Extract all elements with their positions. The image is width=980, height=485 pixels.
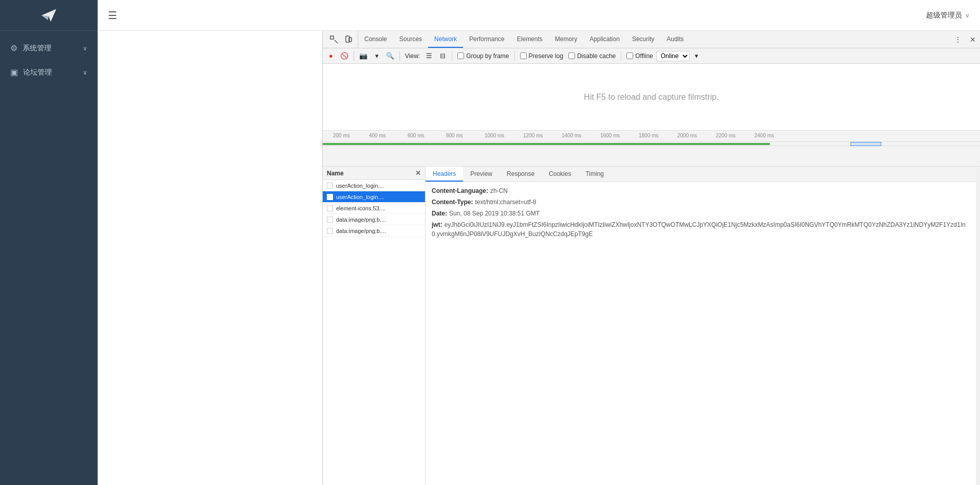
item-text-3: element-icons.53....	[336, 205, 385, 211]
item-text-4: data:image/png;b....	[336, 217, 386, 223]
offline-option: Offline	[626, 52, 653, 60]
svg-line-3	[335, 40, 338, 43]
network-list-item-1[interactable]: userAction_login....	[323, 180, 425, 191]
group-by-frame-checkbox[interactable]	[457, 52, 464, 59]
content-type-key: Content-Type:	[432, 199, 473, 206]
more-tabs-icon[interactable]: ⋮	[950, 31, 966, 48]
topbar-user-label: 超级管理员	[926, 11, 962, 20]
devtools-panel: Console Sources Network Performance Elem…	[322, 31, 980, 485]
camera-button[interactable]: 📷	[357, 50, 369, 62]
offline-checkbox[interactable]	[626, 52, 633, 59]
network-detail-body: Content-Language:zh-CN Content-Type:text…	[426, 182, 976, 485]
devtools-tab-icons	[325, 31, 358, 48]
network-detail-tabs: Headers Preview Response Cookies	[426, 167, 976, 182]
disable-cache-label: Disable cache	[577, 52, 616, 60]
item-text-2: userAction_login....	[336, 194, 384, 200]
network-list-header: Name ✕	[323, 167, 425, 180]
item-text-1: userAction_login....	[336, 183, 384, 189]
devtools-tab-bar: Console Sources Network Performance Elem…	[323, 31, 980, 48]
tab-performance[interactable]: Performance	[463, 31, 511, 48]
network-list-header-label: Name	[327, 170, 344, 177]
timeline-slider[interactable]	[850, 142, 881, 146]
group-by-frame-label: Group by frame	[466, 52, 509, 60]
chevron-down-icon-system: ∨	[83, 45, 87, 52]
detail-row-content-language: Content-Language:zh-CN	[432, 186, 970, 195]
detail-tab-headers[interactable]: Headers	[426, 167, 463, 182]
tab-console[interactable]: Console	[358, 31, 393, 48]
throttling-select[interactable]: Online	[656, 51, 690, 61]
tick-1000ms: 1000 ms	[485, 133, 504, 138]
sidebar-header	[0, 0, 98, 31]
list-view-button[interactable]: ☰	[423, 50, 435, 62]
network-list-item-5[interactable]: data:image/png;b....	[323, 225, 425, 237]
network-list: Name ✕ userAction_login.... userAction_l…	[323, 167, 426, 485]
devtools-body: Hit F5 to reload and capture filmstrip. …	[323, 64, 980, 485]
network-detail: Headers Preview Response Cookies	[426, 167, 976, 485]
grid-icon: ▣	[10, 67, 18, 77]
tick-800ms: 800 ms	[446, 133, 463, 138]
tab-application[interactable]: Application	[583, 31, 626, 48]
tab-security[interactable]: Security	[626, 31, 660, 48]
sidebar-item-forum-mgmt[interactable]: ▣ 论坛管理 ∨	[0, 60, 98, 84]
item-checkbox-3	[327, 205, 333, 211]
tab-audits[interactable]: Audits	[660, 31, 690, 48]
waterfall-view-button[interactable]: ⊟	[436, 50, 449, 62]
preserve-log-label: Preserve log	[529, 52, 563, 60]
inspect-icon[interactable]	[327, 32, 341, 47]
network-list-item-2[interactable]: userAction_login....	[323, 191, 425, 203]
detail-row-jwt: jwt:eyJhbGci0iJIUzI1NiJ9.eyJ1bmFtZSI6Inp…	[432, 220, 970, 239]
tick-2400ms: 2400 ms	[754, 133, 774, 138]
tick-400ms: 400 ms	[369, 133, 386, 138]
timeline-progress	[323, 143, 770, 145]
sidebar-menu: ⚙ 系统管理 ∨ ▣ 论坛管理 ∨	[0, 31, 98, 89]
detail-scrollbar[interactable]	[976, 167, 980, 485]
sidebar-logo	[40, 6, 58, 25]
sidebar-item-system-mgmt[interactable]: ⚙ 系统管理 ∨	[0, 36, 98, 60]
toolbar-separator-5	[621, 51, 621, 61]
detail-tab-response[interactable]: Response	[500, 167, 542, 182]
toolbar-separator-1	[354, 51, 354, 61]
throttling-arrow-icon[interactable]: ▾	[691, 50, 703, 62]
preserve-log-option: Preserve log	[520, 52, 563, 60]
group-by-frame-option: Group by frame	[457, 52, 509, 60]
svg-rect-5	[349, 38, 352, 42]
tab-network[interactable]: Network	[428, 31, 463, 48]
stop-recording-button[interactable]: 🚫	[338, 50, 350, 62]
tab-sources[interactable]: Sources	[393, 31, 428, 48]
toolbar-separator-2	[399, 51, 400, 61]
disable-cache-checkbox[interactable]	[568, 52, 575, 59]
device-icon[interactable]	[341, 32, 356, 47]
close-devtools-icon[interactable]: ✕	[966, 31, 980, 48]
close-detail-icon[interactable]: ✕	[415, 169, 421, 177]
detail-tab-timing[interactable]: Timing	[578, 167, 611, 182]
menu-icon[interactable]: ☰	[108, 9, 117, 22]
jwt-value: eyJhbGci0iJIUzI1NiJ9.eyJ1bmFtZSI6InpzIiw…	[432, 221, 966, 238]
filter-button[interactable]: ▾	[371, 50, 383, 62]
search-button[interactable]: 🔍	[384, 50, 396, 62]
content-language-key: Content-Language:	[432, 187, 488, 194]
detail-row-date: Date:Sun, 08 Sep 2019 10:38:51 GMT	[432, 209, 970, 218]
network-list-item-3[interactable]: element-icons.53....	[323, 203, 425, 214]
sidebar: ⚙ 系统管理 ∨ ▣ 论坛管理 ∨	[0, 0, 98, 485]
detail-tab-cookies[interactable]: Cookies	[542, 167, 578, 182]
tab-elements[interactable]: Elements	[511, 31, 549, 48]
topbar-user[interactable]: 超级管理员 ∨	[926, 11, 970, 20]
record-button[interactable]: ●	[325, 50, 337, 62]
detail-tab-preview[interactable]: Preview	[463, 167, 500, 182]
main-area: ☰ 超级管理员 ∨ Console	[98, 0, 980, 485]
chevron-down-icon-user: ∨	[965, 12, 970, 19]
tick-1200ms: 1200 ms	[523, 133, 543, 138]
toolbar-separator-4	[514, 51, 515, 61]
network-list-item-4[interactable]: data:image/png;b....	[323, 214, 425, 225]
detail-row-content-type: Content-Type:text/html;charset=utf-8	[432, 197, 970, 207]
item-checkbox-2	[327, 194, 333, 200]
sidebar-item-label-forum: 论坛管理	[23, 68, 83, 77]
item-checkbox-5	[327, 228, 333, 234]
network-split: Name ✕ userAction_login.... userAction_l…	[323, 167, 980, 485]
filmstrip-text: Hit F5 to reload and capture filmstrip.	[584, 93, 718, 102]
preserve-log-checkbox[interactable]	[520, 52, 527, 59]
disable-cache-option: Disable cache	[568, 52, 616, 60]
content-type-value: text/html;charset=utf-8	[475, 199, 536, 206]
tab-memory[interactable]: Memory	[549, 31, 583, 48]
devtools-toolbar: ● 🚫 📷 ▾ 🔍 View: ☰ ⊟ Group by frame P	[323, 48, 980, 64]
